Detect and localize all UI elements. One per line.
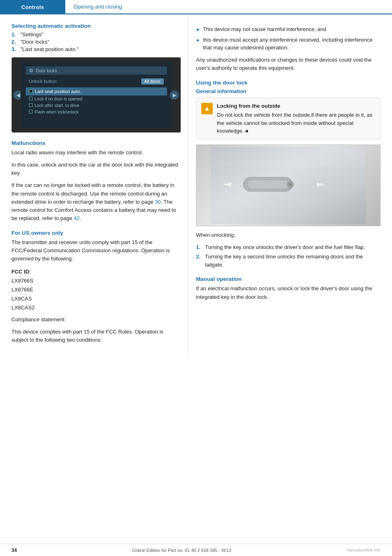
unlock-step-1: 1. Turning the key once unlocks the driv… xyxy=(196,243,381,251)
malfunctions-p1: Local radio waves may interfere with the… xyxy=(11,149,179,157)
menu-item-2: Lock if no door is opened xyxy=(26,96,167,102)
for-us-p1: The transmitter and receiver units compl… xyxy=(11,238,179,263)
tab-controls[interactable]: Controls xyxy=(0,0,65,14)
general-info-heading: General information xyxy=(196,88,381,94)
arrow-icon-2: ► xyxy=(196,37,200,44)
fcc-val-3: LX8CAS xyxy=(11,296,32,302)
screen-content: ⚙ Door locks Unlock button: All doors La… xyxy=(21,62,172,128)
edition-text: Online Edition for Part no. 01 40 2 918 … xyxy=(132,548,232,553)
for-us-heading: For US owners only xyxy=(11,230,179,236)
car-door-svg xyxy=(211,147,366,224)
menu-item-4: Flash when lock/unlock xyxy=(26,109,167,115)
fcc-val-1: LX8766S xyxy=(11,278,33,284)
menu-item-3: Lock after start. to drive xyxy=(26,102,167,109)
svg-rect-2 xyxy=(247,180,288,189)
menu-item-1: Last seat position auto. xyxy=(26,87,167,96)
section-tab-label: Opening and closing xyxy=(74,4,122,10)
warning-box: ▲ Locking from the outside Do not lock t… xyxy=(196,98,381,140)
svg-rect-7 xyxy=(211,147,366,167)
car-door-image xyxy=(196,145,381,226)
steps-list: 1. "Settings" 2. "Door locks" 3. "Last s… xyxy=(11,31,179,52)
nav-right-arrow: ▶ xyxy=(170,91,179,100)
unauthorized-p: Any unauthorized modifications or change… xyxy=(196,56,381,72)
checkbox-4 xyxy=(29,110,33,113)
step-2: 2. "Door locks" xyxy=(11,39,179,45)
warning-text-content: Locking from the outside Do not lock the… xyxy=(217,102,375,135)
checkbox-1 xyxy=(29,89,33,93)
main-content: Selecting automatic activation 1. "Setti… xyxy=(0,15,392,356)
link-page-30[interactable]: 30 xyxy=(155,199,160,205)
manual-op-heading: Manual operation xyxy=(196,276,381,282)
step-3: 3. "Last seat position auto." xyxy=(11,46,179,52)
link-page-42[interactable]: 42 xyxy=(74,215,80,221)
bullet-2: ► this device must accept any interferen… xyxy=(196,36,381,52)
malfunctions-heading: Malfunctions xyxy=(11,140,179,146)
unlock-row: Unlock button: All doors xyxy=(26,77,167,86)
manual-op-text: If an electrical malfunction occurs, unl… xyxy=(196,285,381,301)
watermark-text: manualsonline.info xyxy=(347,548,381,552)
unlock-step-2: 2. Turning the key a second time unlocks… xyxy=(196,253,381,269)
screen-title-bar: ⚙ Door locks xyxy=(26,67,167,75)
tab-opening-closing[interactable]: Opening and closing xyxy=(65,0,392,14)
page-number: 34 xyxy=(11,547,17,553)
checkbox-3 xyxy=(29,103,33,107)
fcc-block: FCC ID: LX8766S LX8766E LX8CAS LX8CAS2 xyxy=(11,267,179,312)
malfunctions-p3: If the car can no longer be locked with … xyxy=(11,181,179,222)
malfunctions-p2: In this case, unlock and lock the car at… xyxy=(11,161,179,177)
compliance-p: This device complies with part 15 of the… xyxy=(11,328,179,344)
fcc-val-4: LX8CAS2 xyxy=(11,305,35,311)
page-footer: 34 Online Edition for Part no. 01 40 2 9… xyxy=(0,544,392,556)
unlock-steps-list: 1. Turning the key once unlocks the driv… xyxy=(196,243,381,269)
using-door-lock-heading: Using the door lock xyxy=(196,80,381,86)
right-column: ► This device may not cause harmful inte… xyxy=(188,15,392,356)
selecting-heading: Selecting automatic activation xyxy=(11,23,179,29)
warning-icon: ▲ xyxy=(201,103,213,114)
when-unlocking-label: When unlocking: xyxy=(196,231,381,239)
fcc-val-2: LX8766E xyxy=(11,287,33,293)
left-column: Selecting automatic activation 1. "Setti… xyxy=(0,15,188,356)
door-locks-screenshot: ◀ ⚙ Door locks Unlock button: All doors … xyxy=(11,57,181,133)
bullet-1: ► This device may not cause harmful inte… xyxy=(196,25,381,33)
svg-point-4 xyxy=(289,183,292,186)
page-header: Controls Opening and closing xyxy=(0,0,392,15)
checkbox-2 xyxy=(29,97,33,100)
bullet-list: ► This device may not cause harmful inte… xyxy=(196,25,381,52)
compliance-label: Compliance statement: xyxy=(11,316,179,324)
controls-tab-label: Controls xyxy=(21,4,44,10)
step-1: 1. "Settings" xyxy=(11,31,179,38)
screen-icon: ⚙ xyxy=(29,68,33,73)
arrow-icon-1: ► xyxy=(196,26,200,33)
